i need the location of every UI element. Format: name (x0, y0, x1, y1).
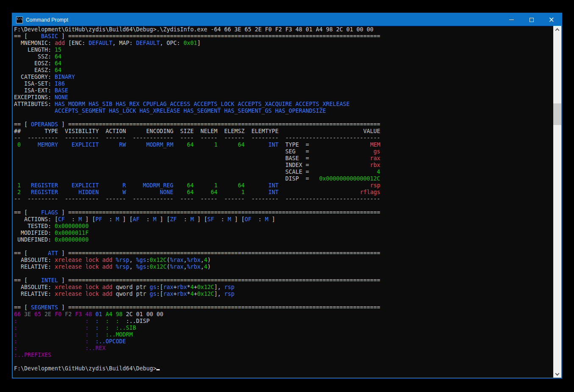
terminal-line: MNEMONIC: add [ENC: DEFAULT, MAP: DEFAUL… (14, 40, 553, 47)
terminal-line: SEG = gs (14, 148, 553, 155)
terminal-output[interactable]: F:\Development\GitHub\zydis\Build64\Debu… (13, 26, 553, 378)
terminal-line (14, 359, 553, 365)
terminal-line: 2 REGISTER HIDDEN W NONE 64 64 1 INT rfl… (14, 189, 553, 196)
terminal-line: : :..REX (14, 345, 553, 352)
terminal-line: ISA-SET: I86 (14, 81, 553, 87)
terminal-line: INDEX = rbx (14, 162, 553, 169)
terminal-line: == [ FLAGS ] ===========================… (14, 209, 553, 216)
maximize-button[interactable] (521, 14, 541, 26)
close-icon: × (548, 16, 554, 23)
terminal-line: CATEGORY: BINARY (14, 74, 553, 81)
terminal-line: == [ INTEL ] ===========================… (14, 277, 553, 284)
terminal-line: DISP = 0x000000000000012C (14, 175, 553, 182)
maximize-icon (530, 18, 534, 22)
terminal-line: -- --------- ---------- ------ ---------… (14, 135, 553, 142)
terminal-line: EASZ: 64 (14, 67, 553, 74)
terminal-line: BASE = rax (14, 155, 553, 162)
terminal-line: ABSOLUTE: xrelease lock add qword ptr gs… (14, 284, 553, 291)
terminal-line: F:\Development\GitHub\zydis\Build64\Debu… (14, 26, 553, 33)
terminal-line: :..PREFIXES (14, 352, 553, 359)
terminal-line: UNDEFINED: 0x00000000 (14, 236, 553, 243)
window-body: F:\Development\GitHub\zydis\Build64\Debu… (13, 26, 561, 378)
chevron-down-icon (555, 371, 560, 375)
terminal-line (14, 114, 553, 121)
terminal-line: SCALE = 4 (14, 169, 553, 175)
terminal-line: EOSZ: 64 (14, 60, 553, 67)
terminal-line (14, 270, 553, 277)
terminal-line: RELATIVE: xrelease lock add %rsp, %gs:0x… (14, 264, 553, 270)
scrollbar-track[interactable] (553, 26, 561, 378)
chevron-up-icon (555, 28, 560, 32)
terminal-line (14, 203, 553, 209)
cmd-icon: C:\ (16, 17, 23, 23)
terminal-line: == [ SEGMENTS ] ========================… (14, 304, 553, 311)
terminal-line: 0 MEMORY EXPLICIT RW MODRM_RM 64 1 64 IN… (14, 142, 553, 148)
terminal-line: EXCEPTIONS: NONE (14, 94, 553, 101)
terminal-line: == [ ATT ] =============================… (14, 250, 553, 257)
minimize-button[interactable] (502, 14, 521, 26)
scroll-down-button[interactable] (553, 370, 561, 378)
terminal-line: ## TYPE VISIBILITY ACTION ENCODING SIZE … (14, 128, 553, 135)
title-bar[interactable]: C:\ Command Prompt × (13, 14, 561, 26)
terminal-line: -- --------- ---------- ------ ---------… (14, 196, 553, 203)
terminal-line: : : : : :..SIB (14, 325, 553, 331)
terminal-line: == [ OPERANDS ] ========================… (14, 121, 553, 128)
text-cursor (156, 369, 160, 370)
window-controls: × (502, 14, 561, 26)
scrollbar-thumb[interactable] (553, 103, 561, 125)
minimize-icon (509, 19, 514, 20)
desktop-background: { "window": { "title": "Command Prompt",… (0, 0, 574, 392)
terminal-line (14, 297, 553, 304)
close-button[interactable]: × (541, 14, 561, 26)
terminal-line: TESTED: 0x00000000 (14, 223, 553, 230)
terminal-line: ACCEPTS_SEGMENT HAS_LOCK HAS_XRELEASE HA… (14, 108, 553, 114)
terminal-line: MODIFIED: 0x0000011F (14, 230, 553, 236)
terminal-line: F:\Development\GitHub\zydis\Build64\Debu… (14, 365, 553, 372)
terminal-line: ATTRIBUTES: HAS_MODRM HAS_SIB HAS_REX CP… (14, 101, 553, 108)
window-title: Command Prompt (26, 17, 68, 23)
terminal-line: ABSOLUTE: xrelease lock add %rsp, %gs:0x… (14, 257, 553, 264)
terminal-line: ACTIONS: [CF : M ] [PF : M ] [AF : M ] [… (14, 216, 553, 223)
terminal-line: 1 REGISTER EXPLICIT R MODRM_REG 64 1 64 … (14, 182, 553, 189)
terminal-line (14, 243, 553, 250)
terminal-line: == [ BASIC ] ===========================… (14, 33, 553, 40)
terminal-line: 66 3E 65 2E F0 F2 F3 48 01 A4 98 2C 01 0… (14, 311, 553, 318)
terminal-line: : : : :..MODRM (14, 331, 553, 338)
terminal-line: : : : : : :..DISP (14, 318, 553, 325)
terminal-line: SSZ: 64 (14, 53, 553, 60)
command-prompt-window: C:\ Command Prompt × F:\Development\GitH… (12, 13, 562, 378)
terminal-line: : : :..OPCODE (14, 338, 553, 345)
terminal-line: RELATIVE: xrelease lock add qword ptr gs… (14, 291, 553, 297)
terminal-line: ISA-EXT: BASE (14, 87, 553, 94)
terminal-line: LENGTH: 15 (14, 47, 553, 53)
scroll-up-button[interactable] (553, 26, 561, 33)
